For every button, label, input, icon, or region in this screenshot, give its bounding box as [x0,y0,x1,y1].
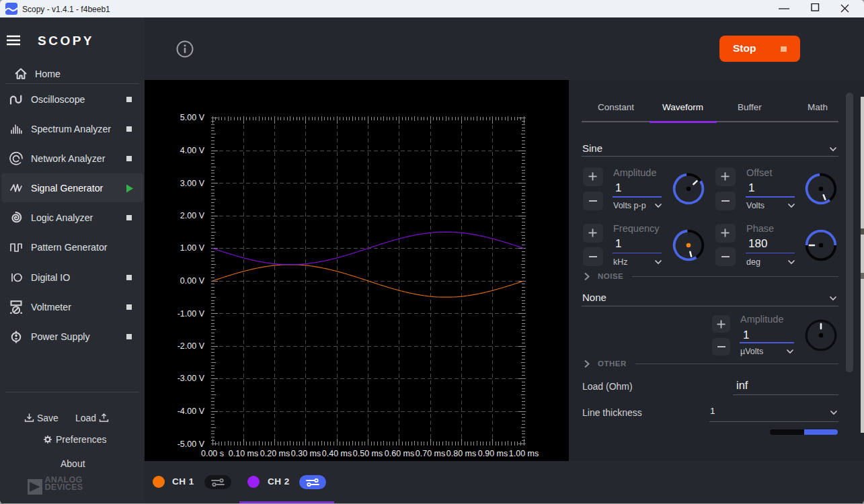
svg-text:0.60 ms: 0.60 ms [385,449,414,458]
svg-text:0.40 ms: 0.40 ms [322,449,352,458]
svg-text:4.00 V: 4.00 V [180,146,205,155]
svg-text:1.00 ms: 1.00 ms [509,449,539,458]
svg-text:-1.00 V: -1.00 V [178,309,205,319]
svg-text:0.20 ms: 0.20 ms [260,449,290,458]
svg-text:1.00 V: 1.00 V [180,243,205,253]
svg-text:0.70 ms: 0.70 ms [416,449,445,458]
svg-text:0.30 ms: 0.30 ms [291,449,321,458]
svg-text:0.50 ms: 0.50 ms [353,449,383,458]
svg-text:-3.00 V: -3.00 V [178,374,205,383]
svg-text:0.90 ms: 0.90 ms [478,449,508,458]
svg-text:2.00 V: 2.00 V [180,211,205,220]
svg-text:0.80 ms: 0.80 ms [446,449,476,458]
svg-text:5.00 V: 5.00 V [180,113,205,122]
svg-text:0.00 s: 0.00 s [201,449,224,458]
svg-text:-5.00 V: -5.00 V [178,439,205,449]
svg-text:-4.00 V: -4.00 V [178,407,205,416]
svg-text:0.00 V: 0.00 V [180,276,205,286]
svg-text:3.00 V: 3.00 V [180,179,205,188]
svg-text:-2.00 V: -2.00 V [178,341,205,351]
svg-text:0.10 ms: 0.10 ms [229,449,258,458]
